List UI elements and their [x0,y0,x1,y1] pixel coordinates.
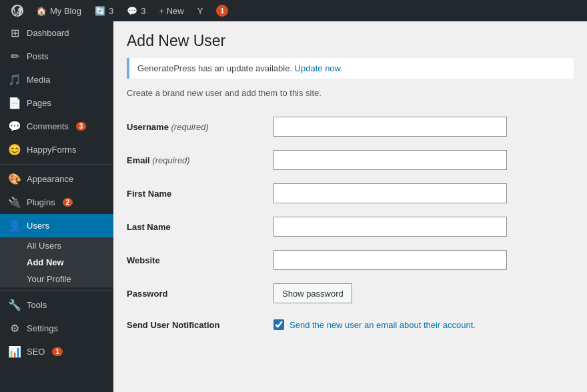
sidebar-item-appearance[interactable]: 🎨 Appearance [0,167,113,191]
username-required: (required) [171,122,209,132]
users-submenu: All Users Add New Your Profile [0,237,113,287]
website-field-cell [273,243,574,277]
sidebar-item-comments[interactable]: 💬 Comments 3 [0,115,113,138]
plugins-icon: 🔌 [8,196,21,209]
sidebar-item-happyforms[interactable]: 😊 HappyForms [0,138,113,161]
site-name: My Blog [50,6,81,16]
notification-checkbox[interactable] [273,319,284,330]
email-row: Email (required) [127,143,574,177]
email-required: (required) [152,155,189,165]
settings-icon: ⚙ [8,322,21,335]
sidebar-label-seo: SEO [27,347,45,357]
sidebar-item-settings[interactable]: ⚙ Settings [0,317,113,340]
firstname-input[interactable] [273,183,507,203]
sidebar-label-appearance: Appearance [27,174,73,184]
tools-icon: 🔧 [8,299,21,311]
website-input[interactable] [273,250,507,270]
sidebar: ⊞ Dashboard ✏ Posts 🎵 Media 📄 Pages 💬 Co… [0,21,113,392]
add-user-form: Username (required) Email (required) [127,110,574,339]
website-row: Website [127,243,574,277]
new-label: + New [159,6,183,16]
notification-label: Send User Notification [127,310,273,339]
notifications-badge: 1 [216,5,228,17]
dashboard-icon: ⊞ [8,27,21,39]
comments-count: 3 [141,6,145,16]
sidebar-label-tools: Tools [27,300,47,310]
notification-row: Send User Notification Send the new user… [127,310,574,339]
submenu-all-users[interactable]: All Users [0,237,113,254]
updates-count: 3 [109,6,113,16]
plugins-sidebar-badge: 2 [63,198,73,207]
notification-text: Send the new user an email about their a… [289,320,476,330]
sidebar-divider-1 [0,164,113,165]
email-field-cell [273,143,574,177]
submenu-your-profile[interactable]: Your Profile [0,271,113,287]
admin-bar: 🏠 My Blog 🔄 3 💬 3 + New Y 1 [0,0,587,21]
yoast-label: Y [197,6,203,16]
website-label: Website [127,243,273,277]
sidebar-item-posts[interactable]: ✏ Posts [0,45,113,68]
comments-sidebar-icon: 💬 [8,120,21,133]
seo-sidebar-badge: 1 [52,347,63,356]
show-password-button[interactable]: Show password [273,283,352,303]
lastname-input[interactable] [273,217,507,237]
lastname-row: Last Name [127,210,574,243]
home-icon: 🏠 [36,6,47,16]
sidebar-label-plugins: Plugins [27,197,55,207]
sidebar-label-dashboard: Dashboard [27,28,69,38]
sidebar-label-pages: Pages [27,98,51,108]
adminbar-notifications[interactable]: 1 [209,0,235,21]
sidebar-item-plugins[interactable]: 🔌 Plugins 2 [0,191,113,214]
sidebar-label-users: Users [27,221,49,231]
page-subtitle: Create a brand new user and add them to … [127,88,574,98]
submenu-add-new[interactable]: Add New [0,254,113,271]
sidebar-label-comments: Comments [27,121,69,131]
sidebar-item-dashboard[interactable]: ⊞ Dashboard [0,21,113,45]
updates-icon: 🔄 [95,6,105,16]
page-title: Add New User [127,32,574,50]
sidebar-label-media: Media [27,75,50,85]
sidebar-label-happyforms: HappyForms [27,145,76,155]
sidebar-item-media[interactable]: 🎵 Media [0,68,113,91]
email-label: Email (required) [127,143,273,177]
lastname-field-cell [273,210,574,243]
adminbar-new[interactable]: + New [152,0,190,21]
adminbar-comments[interactable]: 💬 3 [120,0,152,21]
notice-text: GeneratePress has an update available. [137,63,295,73]
firstname-label: First Name [127,177,273,210]
notification-field-cell: Send the new user an email about their a… [273,310,574,339]
wp-logo[interactable] [5,0,29,21]
happyforms-icon: 😊 [8,143,21,156]
password-row: Password Show password [127,277,574,310]
update-notice: GeneratePress has an update available. U… [127,58,574,79]
appearance-icon: 🎨 [8,173,21,185]
username-label-text: Username [127,122,169,132]
email-input[interactable] [273,150,507,170]
sidebar-label-settings: Settings [27,323,58,333]
main-content: Add New User GeneratePress has an update… [113,21,587,392]
username-field-cell [273,110,574,143]
comments-icon: 💬 [127,6,137,16]
adminbar-updates[interactable]: 🔄 3 [88,0,120,21]
adminbar-yoast[interactable]: Y [191,0,210,21]
sidebar-item-seo[interactable]: 📊 SEO 1 [0,340,113,363]
firstname-row: First Name [127,177,574,210]
email-label-text: Email [127,155,150,165]
comments-sidebar-badge: 3 [76,122,87,131]
seo-icon: 📊 [8,345,21,358]
adminbar-site[interactable]: 🏠 My Blog [29,0,88,21]
username-row: Username (required) [127,110,574,143]
update-link[interactable]: Update now. [295,63,343,73]
media-icon: 🎵 [8,73,21,86]
sidebar-divider-2 [0,290,113,291]
sidebar-item-pages[interactable]: 📄 Pages [0,91,113,115]
password-label: Password [127,277,273,310]
sidebar-label-posts: Posts [27,51,49,61]
sidebar-item-users[interactable]: 👤 Users [0,214,113,237]
posts-icon: ✏ [8,50,21,63]
username-input[interactable] [273,117,507,137]
sidebar-item-tools[interactable]: 🔧 Tools [0,293,113,317]
lastname-label: Last Name [127,210,273,243]
username-label: Username (required) [127,110,273,143]
password-field-cell: Show password [273,277,574,310]
